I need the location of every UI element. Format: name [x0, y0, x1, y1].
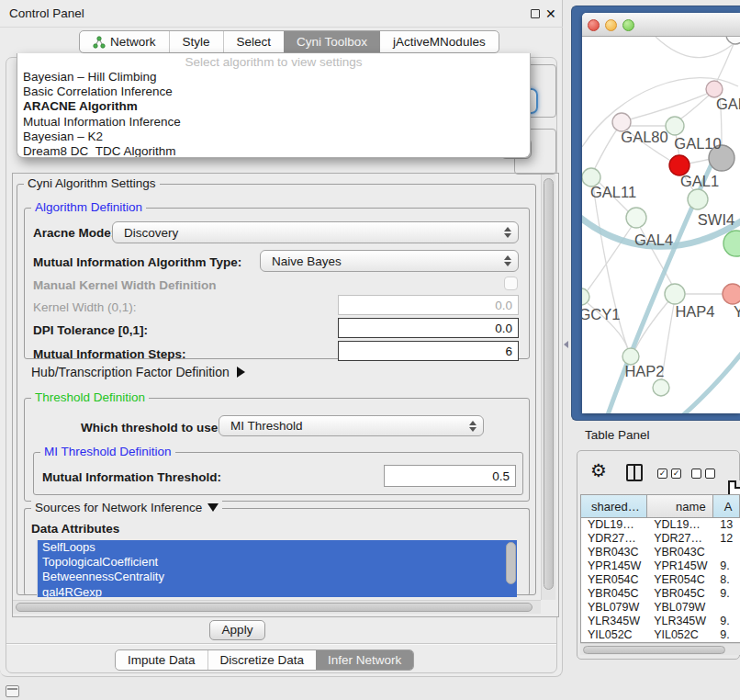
- combo-up-arrow-icon: [469, 421, 477, 425]
- network-edge: [656, 37, 735, 58]
- docked-panel-icon[interactable]: [6, 685, 19, 697]
- network-node[interactable]: [723, 284, 740, 304]
- network-edge-highlighted: [669, 340, 740, 413]
- table-row[interactable]: YPR145WYPR145W9.: [581, 559, 740, 573]
- splitpane-handle-icon[interactable]: [563, 340, 569, 348]
- network-edge: [594, 130, 617, 170]
- tab-jactivemnodules[interactable]: jActiveMNodules: [380, 31, 499, 52]
- dpi-tolerance-field[interactable]: [338, 318, 519, 338]
- control-panel-titlebar: Control Panel ✕: [0, 0, 563, 28]
- table-cell: YBR043C: [581, 546, 647, 559]
- table-row[interactable]: YER054CYER054C8.: [581, 573, 740, 587]
- select-all-columns-icon[interactable]: ✓✓: [657, 469, 681, 479]
- algorithm-option[interactable]: Dream8 DC_TDC Algorithm: [17, 144, 530, 158]
- settings-horizontal-scrollbar[interactable]: [13, 600, 541, 614]
- table-row[interactable]: YDL19…YDL19…13: [581, 518, 740, 532]
- network-node[interactable]: [665, 284, 685, 304]
- column-layout-icon[interactable]: [626, 464, 643, 481]
- apply-button[interactable]: Apply: [209, 620, 265, 640]
- tab-network[interactable]: Network: [80, 31, 169, 52]
- kernel-width-field[interactable]: [338, 295, 519, 315]
- attribute-item-selected[interactable]: gal4RGexp: [38, 585, 517, 597]
- table-row[interactable]: YIL052CYIL052C9.: [581, 628, 740, 642]
- aracne-mode-combobox[interactable]: Discovery: [112, 221, 519, 243]
- table-row[interactable]: YBR043CYBR043C: [581, 546, 740, 559]
- deselect-all-columns-icon[interactable]: [691, 469, 715, 479]
- attribute-item-selected[interactable]: TopologicalCoefficient: [38, 555, 517, 570]
- table-row[interactable]: YLR345WYLR345W9.: [581, 615, 740, 628]
- table-cell: YLR345W: [581, 615, 647, 628]
- network-node-label: HAP2: [624, 363, 664, 379]
- mi-type-combobox[interactable]: Naive Bayes: [260, 250, 519, 272]
- tab-style[interactable]: Style: [169, 31, 223, 52]
- network-node-label: GAL10: [674, 135, 721, 152]
- network-canvas[interactable]: GALGAL80GAL10GAL1GAL11SWI4GAL4GCY1HAP4YH…: [582, 37, 740, 413]
- attribute-item-selected[interactable]: SelfLoops: [38, 540, 517, 555]
- network-node[interactable]: [582, 288, 589, 305]
- threshold-definition-title: Threshold Definition: [31, 390, 149, 404]
- network-node[interactable]: [666, 117, 684, 135]
- aracne-mode-value: Discovery: [113, 226, 498, 240]
- network-node[interactable]: [653, 379, 669, 396]
- tab-impute-data[interactable]: Impute Data: [116, 650, 207, 670]
- sources-title[interactable]: Sources for Network Inference: [31, 501, 222, 514]
- mi-threshold-field[interactable]: [384, 465, 516, 487]
- close-icon[interactable]: ✕: [545, 6, 556, 21]
- gear-icon[interactable]: ⚙: [590, 455, 607, 486]
- table-row[interactable]: YBL079WYBL079W: [581, 601, 740, 615]
- table-cell: YLR345W: [647, 615, 713, 628]
- attribute-item-selected[interactable]: BetweennessCentrality: [38, 570, 517, 584]
- tab-discretize-data-label: Discretize Data: [220, 653, 305, 667]
- network-node[interactable]: [688, 189, 708, 209]
- algorithm-option[interactable]: Mutual Information Inference: [17, 115, 530, 130]
- algorithm-option[interactable]: Bayesian – Hill Climbing: [17, 70, 530, 85]
- table-row[interactable]: YDR27…YDR27…12: [581, 532, 740, 546]
- float-window-icon[interactable]: [531, 9, 540, 18]
- column-header-name[interactable]: name: [647, 495, 713, 517]
- network-node[interactable]: [626, 208, 646, 228]
- table-cell: YER054C: [581, 573, 647, 587]
- table-cell: YER054C: [647, 573, 713, 587]
- combo-down-arrow-icon: [504, 262, 511, 266]
- column-header-shared-name[interactable]: shared…: [581, 495, 647, 517]
- mi-steps-field[interactable]: [338, 341, 519, 361]
- manual-kernel-label: Manual Kernel Width Definition: [33, 278, 216, 292]
- column-header-partial[interactable]: A: [713, 495, 740, 517]
- mi-steps-label: Mutual Information Steps:: [33, 347, 186, 361]
- zoom-traffic-light-icon[interactable]: [622, 19, 634, 31]
- attribute-list-scrollbar[interactable]: [506, 542, 516, 593]
- table-cell: YBR045C: [647, 587, 713, 601]
- data-attributes-list[interactable]: SelfLoops TopologicalCoefficient Between…: [37, 540, 517, 597]
- network-graph: GALGAL80GAL10GAL1GAL11SWI4GAL4GCY1HAP4YH…: [582, 37, 740, 413]
- network-window-titlebar[interactable]: [582, 13, 740, 37]
- mi-type-value: Naive Bayes: [261, 254, 498, 268]
- tab-discretize-data[interactable]: Discretize Data: [207, 650, 317, 670]
- combo-down-arrow-icon: [469, 427, 477, 432]
- network-node[interactable]: [723, 231, 740, 256]
- kernel-width-label: Kernel Width (0,1):: [33, 300, 137, 314]
- table-cell: YPR145W: [581, 559, 647, 573]
- network-edge: [689, 159, 711, 164]
- tab-jactivemnodules-label: jActiveMNodules: [393, 35, 486, 49]
- algorithm-option-selected[interactable]: ARACNE Algorithm: [17, 99, 530, 114]
- tab-network-label: Network: [110, 35, 156, 49]
- network-node-label: Y: [734, 303, 740, 320]
- hub-definition-toggle[interactable]: Hub/Transcription Factor Definition: [31, 365, 245, 379]
- table-horizontal-scrollbar[interactable]: [580, 643, 740, 655]
- which-threshold-combobox[interactable]: MI Threshold: [219, 415, 484, 436]
- manual-kernel-checkbox[interactable]: [504, 277, 518, 290]
- tab-style-label: Style: [183, 35, 210, 49]
- network-window[interactable]: GALGAL80GAL10GAL1GAL11SWI4GAL4GCY1HAP4YH…: [582, 13, 740, 413]
- tab-select[interactable]: Select: [223, 31, 285, 52]
- algorithm-option[interactable]: Bayesian – K2: [17, 130, 530, 144]
- network-icon: [93, 36, 106, 49]
- network-node[interactable]: [726, 37, 740, 44]
- minimize-traffic-light-icon[interactable]: [605, 19, 617, 31]
- settings-vertical-scrollbar[interactable]: [541, 174, 555, 600]
- close-traffic-light-icon[interactable]: [588, 19, 600, 31]
- algorithm-option[interactable]: Basic Correlation Inference: [17, 85, 530, 99]
- tab-infer-network[interactable]: Infer Network: [316, 650, 413, 670]
- table-row[interactable]: YBR045CYBR045C9.: [581, 587, 740, 601]
- tab-cyni-toolbox[interactable]: Cyni Toolbox: [284, 31, 380, 52]
- divider: [6, 643, 556, 645]
